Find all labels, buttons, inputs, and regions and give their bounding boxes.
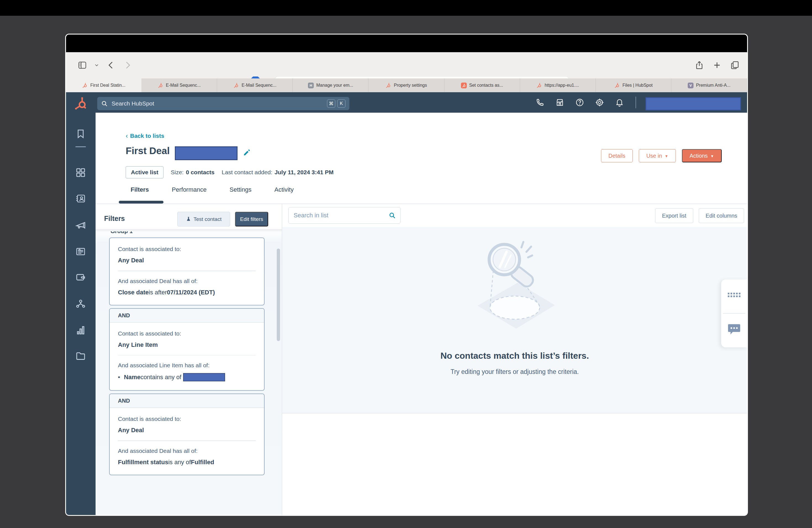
tab-overview-icon[interactable] [728, 59, 741, 72]
condition-text: is any of [168, 459, 191, 466]
sidebar-toggle-icon[interactable] [76, 59, 89, 72]
sidebar-bookmarks-icon[interactable] [75, 128, 86, 140]
help-icon[interactable] [575, 98, 584, 107]
hubspot-nav-icons [536, 92, 624, 113]
condition-divider [118, 440, 256, 441]
filters-scrollbar[interactable] [277, 249, 280, 341]
hubspot-favicon [233, 83, 239, 88]
browser-tab[interactable]: VPremium Anti-A... [671, 78, 747, 92]
new-tab-icon[interactable] [711, 59, 723, 72]
hubspot-favicon [614, 83, 620, 88]
filter-groups: Contact is associated to:Any DealAnd ass… [109, 237, 265, 475]
group-body: Contact is associated to:Any Line ItemAn… [110, 323, 264, 391]
back-button[interactable] [105, 59, 117, 72]
condition-label: Contact is associated to: [118, 415, 256, 422]
search-in-list-field[interactable] [288, 207, 401, 224]
condition-text: contains any of [141, 373, 182, 381]
group-body: Contact is associated to:Any DealAnd ass… [110, 238, 264, 305]
use-in-button[interactable]: Use in▼ [639, 149, 676, 162]
tab-label: Premium Anti-A... [696, 83, 730, 88]
export-list-button[interactable]: Export list [655, 208, 693, 223]
browser-tab[interactable]: https://app-eu1.... [520, 78, 596, 92]
back-to-lists-link[interactable]: ‹ Back to lists [126, 132, 164, 140]
hubspot-search-bar[interactable]: ⌘ K [97, 97, 349, 110]
page-tabs: FiltersPerformanceSettingsActivity [131, 186, 317, 193]
browser-tab[interactable]: Set contacts as... [445, 78, 520, 92]
active-list-badge: Active list [126, 166, 163, 178]
edit-name-icon[interactable] [243, 149, 251, 156]
magnifier-illustration [462, 238, 567, 335]
site-favicon: V [688, 83, 694, 88]
cmd-keycap: ⌘ [327, 99, 335, 108]
hubspot-favicon [82, 83, 88, 88]
filter-group-card: Contact is associated to:Any DealAnd ass… [109, 237, 265, 305]
last-contact-value: July 11, 2024 3:41 PM [275, 169, 334, 176]
sidebar-crm-contacts-icon[interactable] [75, 193, 86, 204]
settings-icon[interactable] [595, 98, 604, 107]
sidebar-files-icon[interactable] [75, 350, 86, 362]
notifications-icon[interactable] [615, 98, 624, 107]
browser-window: ABP app-eu1.hubspot.com First Deal Stati… [65, 34, 748, 516]
forward-button[interactable] [121, 59, 134, 72]
desktop: ABP app-eu1.hubspot.com First Deal Stati… [0, 0, 812, 528]
hubspot-logo-icon[interactable] [73, 96, 88, 111]
sidebar-dashboards-icon[interactable] [75, 167, 86, 178]
bullet-icon: • [118, 373, 120, 381]
tab-label: Set contacts as... [469, 83, 503, 88]
group-label-clipped: Group 1 [111, 231, 265, 236]
sidebar-automations-icon[interactable] [75, 298, 86, 309]
tab-filters[interactable]: Filters [131, 186, 149, 193]
list-main-area: Export list Edit columns [282, 204, 747, 515]
edit-filters-button[interactable]: Edit filters [235, 212, 268, 226]
app-grid-icon[interactable] [728, 290, 740, 301]
condition-text: Fulfillment status [118, 459, 168, 466]
browser-tab[interactable]: First Deal Statin... [66, 78, 141, 92]
tab-activity[interactable]: Activity [274, 186, 294, 193]
chat-icon[interactable] [728, 324, 740, 335]
empty-state-title: No contacts match this list’s filters. [440, 351, 589, 361]
group-operator-label: AND [110, 309, 264, 323]
marketplace-icon[interactable] [555, 98, 564, 107]
browser-tab[interactable]: Property settings [368, 78, 444, 92]
browser-tab[interactable]: HManage your em... [293, 78, 368, 92]
condition-value: Any Deal [118, 257, 256, 264]
sidebar-marketing-icon[interactable] [75, 220, 86, 231]
filters-scroll-area[interactable]: Group 1 Contact is associated to:Any Dea… [96, 229, 282, 515]
account-redaction-box [646, 97, 741, 111]
sidebar-reporting-icon[interactable] [75, 325, 86, 336]
tab-label: Manage your em... [316, 83, 353, 88]
browser-tab[interactable]: E-Mail Sequenc... [217, 78, 293, 92]
tab-performance[interactable]: Performance [172, 186, 207, 193]
hubspot-search-input[interactable] [111, 100, 325, 107]
condition-value: Fulfillment status is any of Fulfilled [118, 459, 256, 466]
actions-button[interactable]: Actions▼ [682, 149, 722, 162]
sidebar-divider [75, 146, 86, 147]
nav-divider [636, 97, 636, 108]
condition-text: 07/11/2024 (EDT) [167, 289, 215, 296]
hubspot-sidebar [66, 92, 96, 515]
sidebar-commerce-icon[interactable] [75, 272, 86, 283]
site-favicon: H [308, 83, 314, 88]
browser-tab[interactable]: Files | HubSpot [596, 78, 671, 92]
sidebar-chevron-icon[interactable] [90, 59, 103, 72]
tab-settings[interactable]: Settings [230, 186, 251, 193]
browser-tab[interactable]: E-Mail Sequenc... [141, 78, 217, 92]
condition-label: And associated Deal has all of: [118, 278, 256, 284]
condition-label: And associated Line Item has all of: [118, 362, 256, 369]
search-icon[interactable] [389, 212, 396, 219]
tab-label: E-Mail Sequenc... [242, 83, 276, 88]
phone-icon[interactable] [536, 98, 545, 107]
condition-text: Close date [118, 289, 149, 296]
tab-label: https://app-eu1.... [545, 83, 579, 88]
edit-columns-button[interactable]: Edit columns [699, 208, 744, 223]
condition-text: is after [149, 289, 167, 296]
condition-value: Any Deal [118, 427, 256, 434]
test-contact-button[interactable]: Test contact [177, 212, 230, 226]
window-titlebar[interactable] [66, 34, 747, 52]
chevron-down-icon: ▼ [710, 154, 714, 158]
search-in-list-input[interactable] [293, 211, 389, 219]
share-icon[interactable] [693, 59, 706, 72]
details-button[interactable]: Details [601, 149, 633, 162]
sidebar-content-icon[interactable] [75, 246, 86, 257]
hubspot-header: ⌘ K [66, 92, 747, 113]
